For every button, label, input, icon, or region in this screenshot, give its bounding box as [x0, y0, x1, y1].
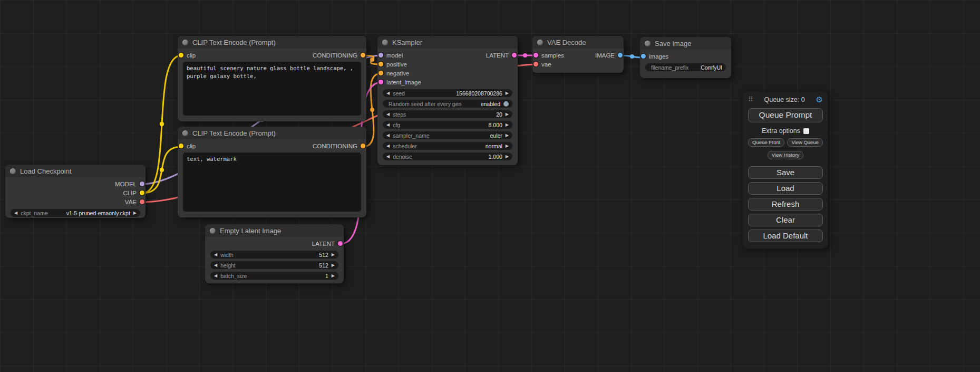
decrement-arrow-icon[interactable]: ◀ [386, 155, 390, 159]
filename-prefix-widget[interactable]: filename_prefix ComfyUI [645, 63, 726, 71]
positive-prompt-textarea[interactable]: beautiful scenery nature glass bottle la… [183, 62, 361, 116]
sampler-name-widget[interactable]: ◀ sampler_name euler ▶ [383, 131, 512, 139]
node-title-bar[interactable]: Empty Latent Image [205, 224, 344, 237]
decrement-arrow-icon[interactable]: ◀ [14, 211, 17, 215]
decrement-arrow-icon[interactable]: ◀ [386, 133, 390, 138]
latent-image-input-dot[interactable] [379, 80, 383, 84]
increment-arrow-icon[interactable]: ▶ [133, 211, 137, 215]
increment-arrow-icon[interactable]: ▶ [506, 133, 509, 138]
height-widget[interactable]: ◀ height 512 ▶ [210, 261, 338, 269]
slot-row: clip CONDITIONING [178, 51, 366, 60]
toggle-dot[interactable] [503, 101, 509, 107]
node-title: Save Image [655, 40, 691, 47]
widget-label: scheduler [393, 143, 417, 149]
view-history-button[interactable]: View History [768, 151, 804, 159]
cfg-widget[interactable]: ◀ cfg 8.000 ▶ [383, 121, 512, 129]
node-title-bar[interactable]: Load Checkpoint [5, 165, 145, 177]
node-empty-latent-image[interactable]: Empty Latent Image LATENT ◀ width 512 ▶ … [205, 224, 344, 283]
decrement-arrow-icon[interactable]: ◀ [386, 91, 390, 96]
vae-input-dot[interactable] [533, 62, 538, 66]
denoise-widget[interactable]: ◀ denoise 1.000 ▶ [383, 152, 512, 160]
decrement-arrow-icon[interactable]: ◀ [214, 274, 217, 278]
increment-arrow-icon[interactable]: ▶ [506, 112, 509, 117]
seed-widget[interactable]: ◀ seed 156680208700286 ▶ [383, 89, 512, 97]
wire-midpoint-dot [160, 122, 164, 126]
scheduler-widget[interactable]: ◀ scheduler normal ▶ [383, 142, 512, 150]
image-output-dot[interactable] [618, 53, 623, 58]
widget-label: sampler_name [393, 132, 429, 139]
collapse-dot-icon[interactable] [537, 40, 543, 45]
collapse-dot-icon[interactable] [182, 40, 188, 45]
clip-input-dot[interactable] [179, 53, 183, 58]
conditioning-output-dot[interactable] [361, 144, 365, 148]
load-button[interactable]: Load [748, 182, 823, 195]
widget-label: batch_size [220, 273, 247, 279]
node-title-bar[interactable]: Save Image [640, 37, 731, 50]
batch-size-widget[interactable]: ◀ batch_size 1 ▶ [210, 272, 338, 280]
conditioning-output-dot[interactable] [361, 53, 365, 58]
increment-arrow-icon[interactable]: ▶ [332, 263, 335, 268]
latent-output-dot[interactable] [338, 241, 343, 246]
collapse-dot-icon[interactable] [210, 228, 216, 234]
input-slot-label: clip [187, 52, 196, 59]
refresh-button[interactable]: Refresh [748, 198, 823, 211]
clip-output-dot[interactable] [140, 190, 144, 195]
wire-midpoint-dot [160, 168, 164, 172]
decrement-arrow-icon[interactable]: ◀ [386, 123, 390, 127]
collapse-dot-icon[interactable] [182, 130, 188, 136]
images-input-dot[interactable] [641, 54, 646, 59]
collapse-dot-icon[interactable] [10, 168, 16, 174]
node-ksampler[interactable]: KSampler model LATENT positive negative … [377, 36, 518, 165]
node-title: CLIP Text Encode (Prompt) [192, 39, 276, 46]
wire-midpoint-dot [630, 54, 634, 59]
increment-arrow-icon[interactable]: ▶ [506, 91, 509, 96]
decrement-arrow-icon[interactable]: ◀ [214, 263, 217, 268]
node-graph-canvas[interactable]: Load Checkpoint MODEL CLIP VAE ◀ ckpt_na… [0, 0, 980, 372]
increment-arrow-icon[interactable]: ▶ [506, 155, 509, 159]
negative-input-dot[interactable] [379, 71, 383, 75]
node-load-checkpoint[interactable]: Load Checkpoint MODEL CLIP VAE ◀ ckpt_na… [5, 165, 145, 218]
clip-input-dot[interactable] [179, 144, 183, 148]
increment-arrow-icon[interactable]: ▶ [506, 144, 509, 148]
decrement-arrow-icon[interactable]: ◀ [214, 253, 217, 257]
widget-label: Random seed after every gen [389, 101, 461, 107]
width-widget[interactable]: ◀ width 512 ▶ [210, 251, 338, 259]
latent-output-dot[interactable] [512, 53, 517, 58]
steps-widget[interactable]: ◀ steps 20 ▶ [383, 110, 512, 118]
decrement-arrow-icon[interactable]: ◀ [386, 112, 390, 117]
random-seed-toggle-widget[interactable]: Random seed after every gen enabled [383, 100, 512, 108]
queue-prompt-button[interactable]: Queue Prompt [748, 108, 823, 122]
increment-arrow-icon[interactable]: ▶ [506, 123, 509, 127]
node-title-bar[interactable]: CLIP Text Encode (Prompt) [178, 36, 366, 49]
node-save-image[interactable]: Save Image images filename_prefix ComfyU… [640, 37, 731, 78]
ckpt-name-widget[interactable]: ◀ ckpt_name v1-5-pruned-emaonly.ckpt ▶ [11, 209, 140, 217]
collapse-dot-icon[interactable] [645, 41, 651, 46]
node-clip-text-encode-positive[interactable]: CLIP Text Encode (Prompt) clip CONDITION… [178, 36, 366, 121]
samples-input-dot[interactable] [533, 53, 538, 58]
input-slot-vae: vae [532, 60, 624, 69]
load-default-button[interactable]: Load Default [748, 230, 823, 242]
node-vae-decode[interactable]: VAE Decode samples IMAGE vae [532, 36, 624, 73]
increment-arrow-icon[interactable]: ▶ [332, 253, 335, 257]
settings-gear-icon[interactable]: ⚙ [816, 96, 823, 103]
positive-input-dot[interactable] [379, 62, 383, 66]
model-output-dot[interactable] [140, 182, 144, 186]
negative-prompt-textarea[interactable]: text, watermark [183, 152, 361, 212]
node-title-bar[interactable]: KSampler [377, 36, 518, 49]
node-title-bar[interactable]: VAE Decode [532, 36, 624, 49]
vae-output-dot[interactable] [140, 199, 144, 204]
view-queue-button[interactable]: View Queue [787, 138, 823, 147]
node-clip-text-encode-negative[interactable]: CLIP Text Encode (Prompt) clip CONDITION… [178, 127, 366, 217]
save-button[interactable]: Save [748, 166, 823, 179]
queue-front-button[interactable]: Queue Front [748, 138, 784, 147]
clear-button[interactable]: Clear [748, 214, 823, 226]
increment-arrow-icon[interactable]: ▶ [332, 274, 335, 278]
model-input-dot[interactable] [379, 53, 383, 58]
widget-value: normal [486, 143, 502, 149]
node-title-bar[interactable]: CLIP Text Encode (Prompt) [178, 127, 366, 139]
extra-options-checkbox[interactable] [803, 128, 809, 134]
decrement-arrow-icon[interactable]: ◀ [386, 144, 390, 148]
wire-clip-to-negative [142, 147, 181, 193]
drag-handle-icon[interactable]: ⠿ [748, 96, 753, 103]
collapse-dot-icon[interactable] [382, 40, 388, 45]
